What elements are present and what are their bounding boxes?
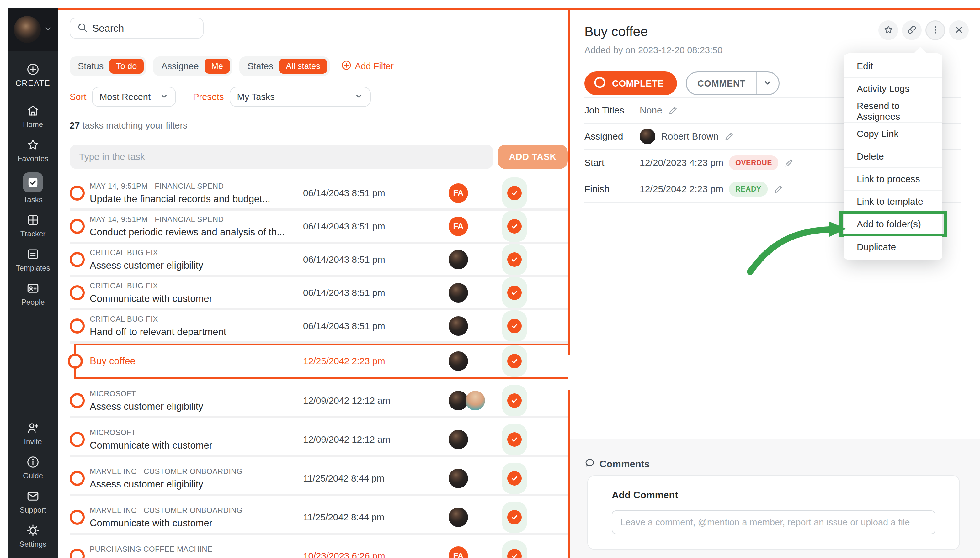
kebab-icon	[931, 25, 941, 36]
field-value: 12/20/2023 4:23 pm	[640, 158, 723, 168]
task-row-title: Buy coffee	[90, 356, 135, 367]
comment-input[interactable]	[612, 510, 936, 534]
complete-ring-icon[interactable]	[70, 318, 85, 333]
mark-complete-button[interactable]	[502, 463, 527, 494]
task-template-name: MARVEL INC - CUSTOMER ONBOARDING	[90, 505, 242, 514]
edit-pencil-icon[interactable]	[773, 184, 784, 194]
filter-chip-status[interactable]: StatusTo do	[70, 56, 146, 76]
mark-complete-button[interactable]	[502, 244, 527, 275]
menu-item-delete[interactable]: Delete	[844, 146, 942, 168]
more-actions-button[interactable]	[926, 20, 945, 40]
sidebar-item-people[interactable]: People	[8, 282, 58, 307]
mark-complete-button[interactable]	[502, 424, 527, 455]
menu-item-resend-to-assignees[interactable]: Resend to Assignees	[844, 100, 942, 123]
search-input[interactable]	[92, 23, 196, 34]
chevron-down-icon	[763, 78, 772, 89]
gear-icon	[26, 524, 39, 537]
mark-complete-button[interactable]	[502, 502, 527, 533]
mark-complete-button[interactable]	[502, 277, 527, 309]
comment-split-button[interactable]: COMMENT	[686, 71, 779, 95]
copy-link-button[interactable]	[902, 20, 922, 40]
task-text: MICROSOFTAssess customer eligibility	[90, 389, 203, 412]
complete-ring-icon[interactable]	[70, 219, 85, 234]
task-text: MAY 14, 9:51PM - FINANCIAL SPENDConduct …	[90, 215, 285, 238]
complete-ring-icon[interactable]	[70, 471, 85, 486]
task-row[interactable]: CRITICAL BUG FIXCommunicate with custome…	[70, 277, 568, 310]
complete-ring-icon[interactable]	[70, 252, 85, 267]
complete-ring-icon[interactable]	[70, 185, 85, 201]
mark-complete-button[interactable]	[502, 177, 527, 209]
mark-complete-button[interactable]	[502, 345, 527, 377]
complete-ring-icon[interactable]	[70, 548, 85, 558]
edit-pencil-icon[interactable]	[724, 131, 735, 142]
mark-complete-button[interactable]	[502, 385, 527, 416]
user-avatar	[14, 16, 41, 43]
favorite-button[interactable]	[878, 20, 898, 40]
new-task-input[interactable]	[70, 144, 493, 169]
menu-item-activity-logs[interactable]: Activity Logs	[844, 78, 942, 100]
complete-ring-icon[interactable]	[70, 285, 85, 300]
task-template-name: MAY 14, 9:51PM - FINANCIAL SPEND	[90, 182, 270, 190]
task-row[interactable]: MARVEL INC - CUSTOMER ONBOARDINGCommunic…	[70, 502, 568, 535]
menu-item-link-to-template[interactable]: Link to template	[844, 190, 942, 213]
task-row[interactable]: MARVEL INC - CUSTOMER ONBOARDINGAssess c…	[70, 463, 568, 496]
comment-dropdown-toggle[interactable]	[756, 72, 779, 94]
task-row[interactable]: MICROSOFTCommunicate with customer12/09/…	[70, 424, 568, 457]
complete-ring-icon[interactable]	[70, 432, 85, 447]
sidebar-item-favorites[interactable]: Favorites	[8, 138, 58, 163]
add-filter-button[interactable]: Add Filter	[341, 60, 394, 73]
profile-menu[interactable]	[8, 8, 58, 51]
task-template-name: CRITICAL BUG FIX	[90, 314, 226, 323]
filter-chip-states[interactable]: StatesAll states	[239, 56, 330, 76]
task-list-pane: StatusTo doAssigneeMeStatesAll states Ad…	[58, 10, 568, 558]
task-row[interactable]: CRITICAL BUG FIXHand off to relevant dep…	[70, 310, 568, 344]
link-icon	[907, 25, 917, 36]
grid-icon	[26, 213, 39, 226]
sidebar-item-settings[interactable]: Settings	[8, 524, 58, 548]
menu-item-copy-link[interactable]: Copy Link	[844, 123, 942, 146]
mark-complete-button[interactable]	[502, 211, 527, 242]
task-due-date: 12/09/2042 12:12 am	[303, 395, 390, 406]
task-row[interactable]: MAY 14, 9:51PM - FINANCIAL SPENDUpdate t…	[70, 177, 568, 211]
complete-button[interactable]: COMPLETE	[584, 71, 677, 95]
comment-button[interactable]: COMMENT	[687, 72, 756, 94]
sidebar-item-tasks[interactable]: Tasks	[8, 172, 58, 204]
menu-item-link-to-process[interactable]: Link to process	[844, 168, 942, 190]
menu-item-edit[interactable]: Edit	[844, 55, 942, 78]
sidebar-item-invite[interactable]: Invite	[8, 421, 58, 446]
close-button[interactable]	[949, 20, 969, 40]
sidebar-item-label: CREATE	[15, 79, 51, 88]
edit-pencil-icon[interactable]	[668, 105, 679, 116]
sidebar-item-templates[interactable]: Templates	[8, 248, 58, 272]
check-icon	[507, 510, 522, 524]
sidebar-item-home[interactable]: Home	[8, 104, 58, 129]
check-icon	[507, 186, 522, 200]
sidebar-item-support[interactable]: Support	[8, 490, 58, 514]
mark-complete-button[interactable]	[502, 540, 527, 558]
add-task-button[interactable]: ADD TASK	[498, 144, 568, 169]
task-row-selected[interactable]: Buy coffee12/25/2042 2:23 pm	[74, 344, 568, 379]
task-row[interactable]: PURCHASING COFFEE MACHINEAssess the urge…	[70, 540, 568, 558]
edit-pencil-icon[interactable]	[784, 158, 794, 168]
mark-complete-button[interactable]	[502, 310, 527, 342]
search-box[interactable]	[70, 18, 204, 39]
task-text: MICROSOFTCommunicate with customer	[90, 428, 212, 451]
sort-dropdown[interactable]: Most Recent	[92, 87, 176, 107]
sidebar-item-create[interactable]: CREATE	[8, 63, 58, 88]
filter-chip-assignee[interactable]: AssigneeMe	[153, 56, 232, 76]
complete-ring-icon[interactable]	[68, 354, 83, 369]
task-due-date: 12/09/2042 12:12 am	[303, 434, 390, 445]
menu-item-duplicate[interactable]: Duplicate	[844, 236, 942, 258]
sidebar-item-guide[interactable]: Guide	[8, 456, 58, 480]
sidebar-item-tracker[interactable]: Tracker	[8, 213, 58, 238]
presets-dropdown[interactable]: My Tasks	[230, 87, 371, 107]
task-assignees	[449, 283, 468, 302]
task-row[interactable]: MICROSOFTAssess customer eligibility12/0…	[70, 385, 568, 418]
filter-value: Me	[204, 59, 230, 74]
task-row[interactable]: CRITICAL BUG FIXAssess customer eligibil…	[70, 244, 568, 277]
complete-ring-icon[interactable]	[70, 393, 85, 408]
sidebar-item-label: Favorites	[18, 154, 49, 163]
task-row[interactable]: MAY 14, 9:51PM - FINANCIAL SPENDConduct …	[70, 211, 568, 244]
complete-ring-icon[interactable]	[70, 510, 85, 525]
menu-item-add-to-folder-s-[interactable]: Add to folder(s)	[844, 213, 942, 236]
